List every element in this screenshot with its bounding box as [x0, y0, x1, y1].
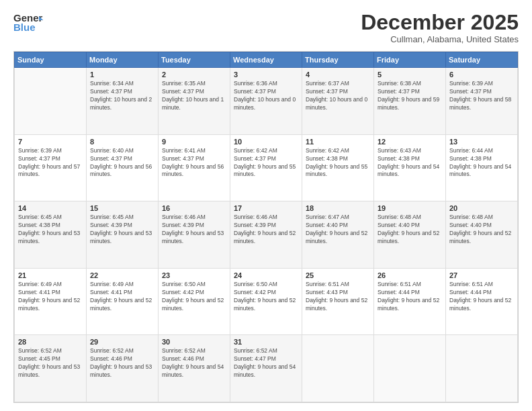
table-row: 5Sunrise: 6:38 AMSunset: 4:37 PMDaylight… [374, 68, 446, 135]
day-detail: Sunrise: 6:46 AMSunset: 4:39 PMDaylight:… [234, 214, 298, 246]
day-detail: Sunrise: 6:35 AMSunset: 4:37 PMDaylight:… [162, 80, 226, 112]
day-number: 21 [18, 271, 83, 279]
day-detail: Sunrise: 6:52 AMSunset: 4:47 PMDaylight:… [234, 347, 298, 379]
table-row: 1Sunrise: 6:34 AMSunset: 4:37 PMDaylight… [87, 68, 159, 135]
day-detail: Sunrise: 6:42 AMSunset: 4:37 PMDaylight:… [234, 147, 298, 179]
day-number: 11 [306, 138, 370, 146]
col-tuesday: Tuesday [159, 52, 230, 68]
table-row [15, 68, 87, 135]
logo: General Blue [13, 11, 43, 35]
table-row: 21Sunrise: 6:49 AMSunset: 4:41 PMDayligh… [15, 268, 87, 335]
day-detail: Sunrise: 6:39 AMSunset: 4:37 PMDaylight:… [449, 80, 514, 112]
day-detail: Sunrise: 6:47 AMSunset: 4:40 PMDaylight:… [306, 214, 370, 246]
table-row: 25Sunrise: 6:51 AMSunset: 4:43 PMDayligh… [302, 268, 374, 335]
table-row: 7Sunrise: 6:39 AMSunset: 4:37 PMDaylight… [15, 134, 87, 201]
day-detail: Sunrise: 6:50 AMSunset: 4:42 PMDaylight:… [162, 281, 226, 313]
day-detail: Sunrise: 6:46 AMSunset: 4:39 PMDaylight:… [162, 214, 226, 246]
day-number: 4 [306, 71, 370, 79]
day-number: 3 [234, 71, 298, 79]
day-number: 30 [162, 338, 226, 346]
table-row: 10Sunrise: 6:42 AMSunset: 4:37 PMDayligh… [230, 134, 302, 201]
table-row: 31Sunrise: 6:52 AMSunset: 4:47 PMDayligh… [230, 335, 302, 402]
day-number: 5 [378, 71, 442, 79]
col-monday: Monday [87, 52, 159, 68]
day-number: 6 [449, 71, 514, 79]
day-number: 17 [234, 204, 298, 212]
title-section: December 2025 Cullman, Alabama, United S… [361, 11, 519, 44]
day-number: 16 [162, 204, 226, 212]
calendar-week-row: 28Sunrise: 6:52 AMSunset: 4:45 PMDayligh… [15, 335, 518, 402]
table-row [302, 335, 374, 402]
col-sunday: Sunday [15, 52, 87, 68]
day-number: 18 [306, 204, 370, 212]
day-detail: Sunrise: 6:41 AMSunset: 4:37 PMDaylight:… [162, 147, 226, 179]
day-number: 27 [449, 271, 514, 279]
day-detail: Sunrise: 6:48 AMSunset: 4:40 PMDaylight:… [378, 214, 442, 246]
day-detail: Sunrise: 6:51 AMSunset: 4:44 PMDaylight:… [378, 281, 442, 313]
day-number: 10 [234, 138, 298, 146]
table-row: 3Sunrise: 6:36 AMSunset: 4:37 PMDaylight… [230, 68, 302, 135]
table-row: 19Sunrise: 6:48 AMSunset: 4:40 PMDayligh… [374, 201, 446, 269]
table-row: 9Sunrise: 6:41 AMSunset: 4:37 PMDaylight… [159, 134, 230, 201]
day-number: 26 [378, 271, 442, 279]
table-row: 12Sunrise: 6:43 AMSunset: 4:38 PMDayligh… [374, 134, 446, 201]
day-number: 2 [162, 71, 226, 79]
table-row: 29Sunrise: 6:52 AMSunset: 4:46 PMDayligh… [87, 335, 159, 402]
day-detail: Sunrise: 6:51 AMSunset: 4:44 PMDaylight:… [449, 281, 514, 313]
table-row: 15Sunrise: 6:45 AMSunset: 4:39 PMDayligh… [87, 201, 159, 269]
day-detail: Sunrise: 6:42 AMSunset: 4:38 PMDaylight:… [306, 147, 370, 179]
table-row: 30Sunrise: 6:52 AMSunset: 4:46 PMDayligh… [159, 335, 230, 402]
day-detail: Sunrise: 6:40 AMSunset: 4:37 PMDaylight:… [90, 147, 154, 179]
calendar-week-row: 14Sunrise: 6:45 AMSunset: 4:38 PMDayligh… [15, 201, 518, 269]
calendar-header-row: Sunday Monday Tuesday Wednesday Thursday… [15, 52, 518, 68]
table-row: 2Sunrise: 6:35 AMSunset: 4:37 PMDaylight… [159, 68, 230, 135]
day-number: 25 [306, 271, 370, 279]
col-wednesday: Wednesday [230, 52, 302, 68]
day-detail: Sunrise: 6:43 AMSunset: 4:38 PMDaylight:… [378, 147, 442, 179]
day-detail: Sunrise: 6:49 AMSunset: 4:41 PMDaylight:… [18, 281, 83, 313]
table-row: 17Sunrise: 6:46 AMSunset: 4:39 PMDayligh… [230, 201, 302, 269]
col-friday: Friday [374, 52, 446, 68]
day-number: 9 [162, 138, 226, 146]
location: Cullman, Alabama, United States [361, 34, 519, 44]
table-row: 6Sunrise: 6:39 AMSunset: 4:37 PMDaylight… [446, 68, 518, 135]
table-row: 27Sunrise: 6:51 AMSunset: 4:44 PMDayligh… [446, 268, 518, 335]
calendar-week-row: 1Sunrise: 6:34 AMSunset: 4:37 PMDaylight… [15, 68, 518, 135]
day-number: 7 [18, 138, 83, 146]
day-number: 23 [162, 271, 226, 279]
day-detail: Sunrise: 6:45 AMSunset: 4:39 PMDaylight:… [90, 214, 154, 246]
day-detail: Sunrise: 6:38 AMSunset: 4:37 PMDaylight:… [378, 80, 442, 112]
day-detail: Sunrise: 6:48 AMSunset: 4:40 PMDaylight:… [449, 214, 514, 246]
day-detail: Sunrise: 6:51 AMSunset: 4:43 PMDaylight:… [306, 281, 370, 313]
col-thursday: Thursday [302, 52, 374, 68]
logo-icon: General Blue [13, 11, 43, 35]
day-detail: Sunrise: 6:49 AMSunset: 4:41 PMDaylight:… [90, 281, 154, 313]
table-row: 26Sunrise: 6:51 AMSunset: 4:44 PMDayligh… [374, 268, 446, 335]
month-title: December 2025 [361, 11, 519, 34]
table-row: 22Sunrise: 6:49 AMSunset: 4:41 PMDayligh… [87, 268, 159, 335]
day-detail: Sunrise: 6:52 AMSunset: 4:46 PMDaylight:… [90, 347, 154, 379]
day-number: 29 [90, 338, 154, 346]
day-detail: Sunrise: 6:39 AMSunset: 4:37 PMDaylight:… [18, 147, 83, 179]
table-row: 28Sunrise: 6:52 AMSunset: 4:45 PMDayligh… [15, 335, 87, 402]
day-number: 20 [449, 204, 514, 212]
table-row: 20Sunrise: 6:48 AMSunset: 4:40 PMDayligh… [446, 201, 518, 269]
calendar: Sunday Monday Tuesday Wednesday Thursday… [13, 51, 519, 403]
table-row [374, 335, 446, 402]
svg-text:Blue: Blue [13, 21, 36, 33]
header: General Blue December 2025 Cullman, Alab… [13, 11, 519, 44]
table-row: 16Sunrise: 6:46 AMSunset: 4:39 PMDayligh… [159, 201, 230, 269]
table-row: 4Sunrise: 6:37 AMSunset: 4:37 PMDaylight… [302, 68, 374, 135]
day-number: 13 [449, 138, 514, 146]
day-number: 28 [18, 338, 83, 346]
day-number: 8 [90, 138, 154, 146]
day-detail: Sunrise: 6:34 AMSunset: 4:37 PMDaylight:… [90, 80, 154, 112]
table-row: 23Sunrise: 6:50 AMSunset: 4:42 PMDayligh… [159, 268, 230, 335]
day-number: 12 [378, 138, 442, 146]
day-detail: Sunrise: 6:52 AMSunset: 4:46 PMDaylight:… [162, 347, 226, 379]
day-detail: Sunrise: 6:45 AMSunset: 4:38 PMDaylight:… [18, 214, 83, 246]
table-row: 14Sunrise: 6:45 AMSunset: 4:38 PMDayligh… [15, 201, 87, 269]
day-number: 14 [18, 204, 83, 212]
table-row: 18Sunrise: 6:47 AMSunset: 4:40 PMDayligh… [302, 201, 374, 269]
calendar-week-row: 7Sunrise: 6:39 AMSunset: 4:37 PMDaylight… [15, 134, 518, 201]
